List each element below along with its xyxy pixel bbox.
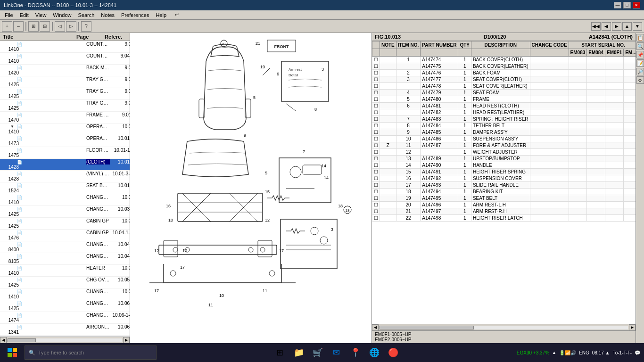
tree-item[interactable]: 📄SEAT BELT GP - RETRA...10.01-41524 xyxy=(0,182,130,194)
minimize-button[interactable]: — xyxy=(614,2,621,8)
taskbar-app-icon[interactable]: 🔴 xyxy=(385,344,402,361)
tree-horizontal-scrollbar[interactable]: ◀ ▶ xyxy=(0,337,130,343)
table-row[interactable]: ☐14A1474901HANDLE xyxy=(372,162,636,169)
tree-item[interactable]: 📄FLOOR PLATE GP10.01-1...1475 xyxy=(0,147,130,159)
menu-window[interactable]: Window xyxy=(50,12,74,18)
sidebar-icon-3[interactable]: 📌 xyxy=(636,51,644,58)
tree-item[interactable]: 📄HEATER10.051410 xyxy=(0,265,130,277)
close-button[interactable]: ✕ xyxy=(633,2,640,8)
taskbar-apps-icon[interactable]: ⊞ xyxy=(272,344,289,361)
notifications-icon[interactable]: 💬 xyxy=(635,350,640,355)
tree-item[interactable]: ▼📄OPERATOR GP10.011410 xyxy=(0,123,130,135)
toolbar-new-button[interactable]: + xyxy=(2,21,12,32)
table-row[interactable]: ☐A1474751BACK COVER(LEATHER) xyxy=(372,63,636,70)
taskbar-chrome-icon[interactable]: 🌐 xyxy=(366,344,383,361)
tree-item[interactable]: 📄AIRCONDITION-EVEP...10.06-21341 xyxy=(0,324,130,336)
table-row[interactable]: ☐4A1474791SEAT FOAM xyxy=(372,90,636,96)
menu-help[interactable]: Help xyxy=(153,12,169,18)
menu-view[interactable]: View xyxy=(33,12,50,18)
tree-item[interactable]: 📄CHANGE OVER AR. - A...10.06-1-...1474 xyxy=(0,312,130,324)
taskbar-store-icon[interactable]: 🛒 xyxy=(309,344,326,361)
menu-search[interactable]: Search xyxy=(75,12,97,18)
toolbar-help-button[interactable]: ? xyxy=(81,21,91,32)
table-row[interactable]: ☐15A1474911HEIGHT RISER SPRING xyxy=(372,169,636,175)
tree-item[interactable]: 📄CHANGEOVER10.06-11425 xyxy=(0,300,130,312)
sidebar-icon-2[interactable]: 🔍 xyxy=(636,42,644,50)
nav-next-button[interactable]: ▶ xyxy=(612,22,621,31)
scroll-track[interactable] xyxy=(8,338,122,342)
table-row[interactable]: ☐20A1474961ARM REST-L.H xyxy=(372,202,636,208)
tree-item[interactable]: 📄COUNTERWEIGHT GP(...9.041410 xyxy=(0,41,130,53)
toolbar-forward-button[interactable]: ▷ xyxy=(66,21,76,32)
menu-notes[interactable]: Notes xyxy=(98,12,117,18)
tree-body[interactable]: 📄COUNTERWEIGHT GP(...9.041410 📄COUNTERWE… xyxy=(0,41,130,337)
table-row[interactable]: ☐1A1474741BACK COVER(CLOTH) xyxy=(372,57,636,63)
taskbar-maps-icon[interactable]: 📍 xyxy=(347,344,364,361)
sidebar-icon-4[interactable]: 📝 xyxy=(636,59,644,67)
table-row[interactable]: ☐2A1474761BACK FOAM xyxy=(372,70,636,76)
table-row[interactable]: ☐5A1474801FRAME xyxy=(372,96,636,103)
table-row[interactable]: ☐3A1474771SEAT COVER(CLOTH) xyxy=(372,76,636,83)
table-row[interactable]: ☐8A1474841TETHER BELT xyxy=(372,123,636,129)
table-row[interactable]: ☐19A1474951SEAT BELT xyxy=(372,195,636,202)
nav-prev-button[interactable]: ◀ xyxy=(602,22,611,31)
maximize-button[interactable]: □ xyxy=(623,2,631,8)
tree-item[interactable]: 📄TRAY GP - OPTION9.071425 xyxy=(0,76,130,88)
tree-item[interactable]: 📄CHG OVER AR-HEATE...10.05-11425 xyxy=(0,277,130,288)
table-row[interactable]: ☐A1474781SEAT COVER(LEATHER) xyxy=(372,83,636,90)
nav-down-button[interactable]: ▼ xyxy=(633,22,642,31)
tree-item[interactable]: 📄CHANGEOVER ARR.-C...10.031410 xyxy=(0,194,130,206)
toolbar-remove-button[interactable]: – xyxy=(13,21,24,32)
tree-item[interactable]: 📄CABIN GP10.04-1-...1476 xyxy=(0,230,130,241)
table-row[interactable]: ☐18A1474941BEARING KIT xyxy=(372,189,636,195)
tree-item[interactable]: 📄FRAME GROUP(TIRE±...9.0111470 xyxy=(0,112,130,123)
table-row[interactable]: ☐13A1474891UPSTOP/BUMPSTOP xyxy=(372,156,636,162)
taskbar-mail-icon[interactable]: ✉ xyxy=(328,344,345,361)
sidebar-icon-6[interactable]: ⚙ xyxy=(636,76,644,84)
tree-item[interactable]: 📄COUNTERWEIGHT GP(...9.04-11410 xyxy=(0,53,130,65)
help-arrow[interactable]: ↵ xyxy=(172,11,182,18)
sidebar-icon-1[interactable]: 📋 xyxy=(636,34,644,41)
start-button[interactable] xyxy=(2,344,23,361)
nav-first-button[interactable]: ◀◀ xyxy=(591,22,601,31)
taskbar-search[interactable]: 🔍 Type here to search xyxy=(25,346,157,360)
hscroll-right-button[interactable]: ▶ xyxy=(629,324,636,331)
table-row[interactable]: ☐17A1474931SLIDE RAIL HANDLE xyxy=(372,182,636,189)
table-row[interactable]: ☐Z11A1474871FORE & AFT ADJUSTER xyxy=(372,142,636,149)
table-row[interactable]: ☐7A1474831SPRING : HEIGHT RISER xyxy=(372,116,636,123)
toolbar-expand-button[interactable]: ⊞ xyxy=(28,21,39,32)
tree-item[interactable]: 📄(CLOTH)10.01-31428 xyxy=(0,159,130,171)
tree-item[interactable]: 📄CHANGEOVER ARR.-AI...10.061410 xyxy=(0,288,130,300)
tree-item[interactable]: 📄TRAY GP - HEATER & ...9.081425 xyxy=(0,88,130,100)
hscroll-track[interactable] xyxy=(380,326,628,329)
toolbar-collapse-button[interactable]: ⊟ xyxy=(40,21,50,32)
tree-item[interactable]: 📄BACK MIRROR GP9.051420 xyxy=(0,65,130,76)
table-row[interactable]: ☐9A1474851DAMPER ASS'Y xyxy=(372,129,636,136)
toolbar-back-button[interactable]: ◁ xyxy=(55,21,65,32)
table-row[interactable]: ☐16A1474921SUSPENSION COVER xyxy=(372,175,636,182)
table-row[interactable]: ☐A1474821HEAD REST(LEATHER) xyxy=(372,109,636,116)
sidebar-icon-5[interactable]: 🔎 xyxy=(636,68,644,75)
nav-up-button[interactable]: ▲ xyxy=(622,22,632,31)
scroll-left-button[interactable]: ◀ xyxy=(0,337,7,344)
menu-file[interactable]: File xyxy=(2,12,16,18)
tree-item[interactable]: 📄OPERATOR GP10.01-11473 xyxy=(0,135,130,147)
tree-item[interactable]: 📄CHANGEOVER AR.OV...10.04-38105 xyxy=(0,253,130,265)
menu-edit[interactable]: Edit xyxy=(17,12,32,18)
tree-item[interactable]: 📄TRAY GP - AIR CONDI...9.091425 xyxy=(0,100,130,112)
chevron-up-icon[interactable]: ▲ xyxy=(552,350,556,355)
parts-horizontal-scrollbar[interactable]: ◀ ▶ xyxy=(372,324,636,330)
table-row[interactable]: ☐6A1474811HEAD REST(CLOTH) xyxy=(372,103,636,109)
hscroll-left-button[interactable]: ◀ xyxy=(372,324,379,331)
table-row[interactable]: ☐22A1474981HEIGHT RISER LATCH xyxy=(372,215,636,222)
scroll-right-button[interactable]: ▶ xyxy=(123,337,130,344)
menu-preferences[interactable]: Preferences xyxy=(118,12,152,18)
tree-item[interactable]: 📄CHANGEOVER AR.-CA...10.04-28400 xyxy=(0,241,130,253)
table-row[interactable]: ☐21A1474971ARM REST-R.H xyxy=(372,208,636,215)
table-row[interactable]: ☐121WEIGHT ADJUSTER xyxy=(372,149,636,156)
taskbar-explorer-icon[interactable]: 📁 xyxy=(290,344,307,361)
tree-item[interactable]: 📄(VINYL) SEAT GP10.01-3-...1428 xyxy=(0,171,130,182)
table-row[interactable]: ☐10A1474861SUSPENSION ASS'Y xyxy=(372,136,636,142)
tree-item[interactable]: 📄CHANGEOVER ARR.-C...10.03-11425 xyxy=(0,206,130,218)
parts-table-container[interactable]: NOTE ITEM NO. PART NUMBER QTY DESCRIPTIO… xyxy=(372,41,636,324)
